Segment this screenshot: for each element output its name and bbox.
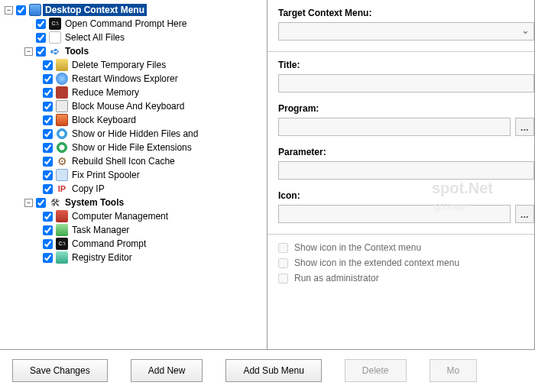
tree-node[interactable]: Show or Hide Hidden Files and: [5, 127, 267, 141]
collapse-icon[interactable]: −: [24, 47, 33, 56]
delete-button[interactable]: Delete: [345, 359, 407, 382]
printer-icon: [56, 169, 68, 181]
tree-label[interactable]: Desktop Context Menu: [43, 4, 147, 16]
tree-node[interactable]: Block Keyboard: [5, 113, 267, 127]
eye-icon: [56, 128, 68, 140]
tree-node[interactable]: Delete Temporary Files: [5, 58, 267, 72]
checkbox[interactable]: [278, 258, 288, 268]
tree-label[interactable]: Computer Management: [70, 210, 170, 222]
checkbox[interactable]: [43, 253, 53, 263]
add-new-button[interactable]: Add New: [131, 359, 203, 382]
checkbox[interactable]: [43, 74, 53, 84]
tree-node[interactable]: Reduce Memory: [5, 86, 267, 99]
tree-label[interactable]: Open Command Prompt Here: [63, 18, 189, 30]
save-button[interactable]: Save Changes: [12, 359, 108, 382]
tree-node[interactable]: Computer Management: [5, 209, 267, 223]
checkbox[interactable]: [43, 129, 53, 139]
parameter-label: Parameter:: [278, 147, 534, 157]
tree-node[interactable]: Registry Editor: [5, 251, 267, 264]
tree-node[interactable]: C:\ Open Command Prompt Here: [5, 17, 267, 31]
checkbox[interactable]: [43, 115, 53, 125]
title-label: Title:: [278, 60, 534, 70]
program-input[interactable]: [278, 118, 511, 136]
checkbox[interactable]: [43, 225, 53, 235]
tree-node[interactable]: Task Manager: [5, 223, 267, 237]
checkbox[interactable]: [43, 102, 53, 112]
tree-label[interactable]: Select All Files: [63, 31, 127, 44]
tree-node[interactable]: Restart Windows Explorer: [5, 72, 267, 86]
parameter-input[interactable]: [278, 161, 534, 180]
ip-icon: IP: [56, 183, 68, 195]
check-label: Show icon in the extended context menu: [294, 258, 459, 268]
brick-icon: [56, 86, 68, 99]
target-label: Target Context Menu:: [278, 8, 534, 18]
checkbox[interactable]: [36, 33, 46, 43]
tree-label[interactable]: Show or Hide File Extensions: [70, 141, 194, 154]
tree-node[interactable]: C:\ Command Prompt: [5, 237, 267, 251]
wrench-icon: 🛠: [49, 196, 61, 209]
checkbox[interactable]: [43, 157, 53, 167]
tree-node[interactable]: Block Mouse And Keyboard: [5, 99, 267, 113]
tree-node-tools[interactable]: − ➪ Tools: [5, 44, 267, 58]
checkbox[interactable]: [36, 198, 46, 208]
check-show-icon[interactable]: Show icon in the Context menu: [278, 242, 534, 253]
tree-label[interactable]: Show or Hide Hidden Files and: [70, 128, 200, 140]
tree-label[interactable]: Reduce Memory: [70, 86, 141, 99]
checkbox[interactable]: [36, 19, 46, 29]
check-show-icon-ext[interactable]: Show icon in the extended context menu: [278, 258, 534, 268]
icon-label: Icon:: [278, 190, 534, 201]
globe-icon: [56, 73, 68, 85]
checkbox[interactable]: [278, 274, 288, 283]
program-browse-button[interactable]: ...: [515, 118, 534, 136]
tree-label[interactable]: Registry Editor: [70, 251, 135, 264]
title-input[interactable]: [278, 74, 534, 92]
checkbox[interactable]: [43, 212, 53, 222]
tree-node[interactable]: Fix Print Spooler: [5, 168, 267, 182]
keyboard-icon: [56, 100, 68, 112]
check-label: Run as administrator: [294, 273, 379, 283]
tree-label[interactable]: Copy IP: [70, 183, 107, 195]
task-icon: [56, 224, 68, 236]
tree-label[interactable]: Block Mouse And Keyboard: [70, 100, 186, 112]
checkbox[interactable]: [43, 239, 53, 249]
tree-node[interactable]: Show or Hide File Extensions: [5, 141, 267, 154]
tree-label[interactable]: Task Manager: [70, 224, 131, 236]
collapse-icon[interactable]: −: [5, 6, 13, 15]
tree-node[interactable]: Select All Files: [5, 31, 267, 44]
tree-node-systemtools[interactable]: − 🛠 System Tools: [5, 196, 267, 209]
checkbox[interactable]: [278, 243, 288, 253]
tree-label[interactable]: Restart Windows Explorer: [70, 73, 180, 85]
cmd-icon: C:\: [56, 238, 68, 250]
checkbox[interactable]: [43, 143, 53, 153]
gear-icon: ⚙: [56, 155, 68, 167]
add-submenu-button[interactable]: Add Sub Menu: [225, 359, 321, 382]
checkbox[interactable]: [43, 88, 53, 98]
cmd-icon: C:\: [49, 18, 61, 30]
tree-label[interactable]: Block Keyboard: [70, 114, 138, 126]
tree-label[interactable]: System Tools: [63, 196, 126, 209]
checkbox[interactable]: [36, 47, 46, 57]
checkbox[interactable]: [43, 60, 53, 70]
tree-label[interactable]: Tools: [63, 45, 91, 57]
tree-node[interactable]: IP Copy IP: [5, 182, 267, 196]
tree-node-root[interactable]: − Desktop Context Menu: [5, 3, 267, 17]
check-label: Show icon in the Context menu: [294, 242, 421, 253]
tree-label[interactable]: Fix Print Spooler: [70, 169, 142, 181]
more-button[interactable]: Mo: [430, 359, 478, 382]
tree-node[interactable]: ⚙ Rebuild Shell Icon Cache: [5, 154, 267, 168]
checkbox[interactable]: [43, 184, 53, 194]
form-panel: Target Context Menu: Title: Program: ...…: [268, 0, 534, 349]
checkbox-root[interactable]: [16, 5, 26, 15]
monitor-icon: [29, 4, 41, 16]
tree-label[interactable]: Rebuild Shell Icon Cache: [70, 155, 177, 167]
program-label: Program:: [278, 103, 534, 114]
tree-label[interactable]: Delete Temporary Files: [70, 59, 168, 71]
target-select[interactable]: [278, 22, 534, 40]
tree-label[interactable]: Command Prompt: [70, 238, 148, 250]
collapse-icon[interactable]: −: [24, 199, 33, 207]
checkbox[interactable]: [43, 170, 53, 180]
tree-panel[interactable]: − Desktop Context Menu C:\ Open Command …: [0, 0, 268, 349]
check-run-admin[interactable]: Run as administrator: [278, 273, 534, 283]
icon-browse-button[interactable]: ...: [515, 205, 534, 223]
icon-input[interactable]: [278, 205, 511, 223]
